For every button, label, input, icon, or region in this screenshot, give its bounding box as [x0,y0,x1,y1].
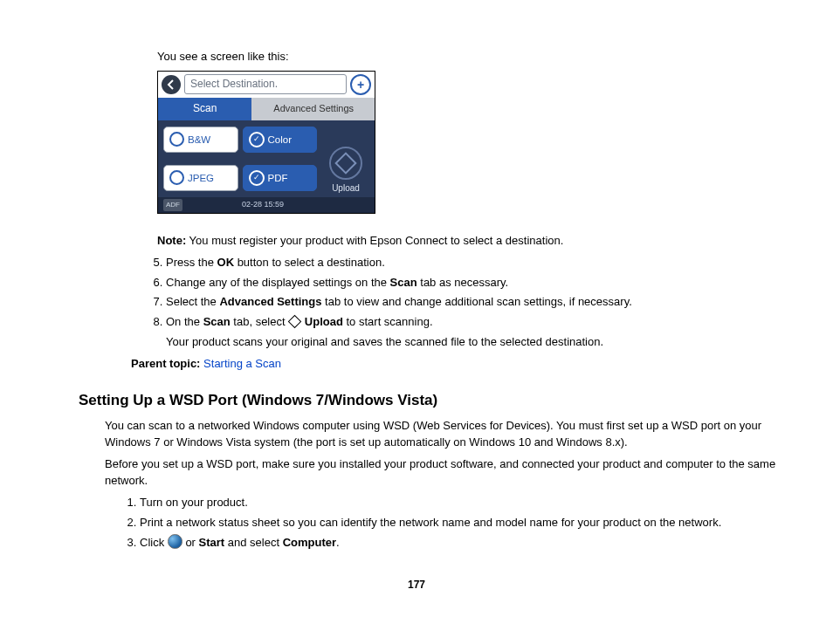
section-p2: Before you set up a WSD port, make sure … [105,456,781,490]
step-5: Press the OK button to select a destinat… [166,255,781,271]
page-number: 177 [52,578,781,593]
option-jpeg: JPEG [163,165,238,191]
step-b2: Print a network status sheet so you can … [140,515,781,531]
add-destination-icon: + [350,74,371,95]
option-bw-label: B&W [188,133,210,147]
windows-start-icon [168,534,182,549]
radio-selected-icon: ✓ [249,170,265,186]
steps-list-a: Press the OK button to select a destinat… [148,255,781,351]
note-line: Note: You must register your product wit… [157,233,781,250]
diamond-icon [288,315,302,329]
option-pdf-label: PDF [268,171,288,186]
option-color: ✓ Color [243,127,318,153]
step-8-sub: Your product scans your original and sav… [166,334,781,351]
step-b1: Turn on your product. [140,495,781,511]
adf-indicator: ADF [163,199,182,211]
option-pdf: ✓ PDF [243,165,318,191]
parent-topic-link[interactable]: Starting a Scan [203,357,281,370]
option-color-label: Color [268,133,292,147]
device-screenshot: Select Destination. + Scan Advanced Sett… [157,71,375,214]
note-label: Note: [157,234,186,247]
intro-text: You see a screen like this: [157,49,781,65]
tab-scan: Scan [158,98,252,120]
steps-list-b: Turn on your product. Print a network st… [122,495,781,552]
step-7: Select the Advanced Settings tab to view… [166,294,781,311]
parent-topic-label: Parent topic: [131,357,200,370]
parent-topic-line: Parent topic: Starting a Scan [131,356,781,373]
section-p1: You can scan to a networked Windows comp… [105,418,781,451]
destination-field: Select Destination. [184,74,347,94]
upload-label: Upload [332,182,360,195]
step-8: On the Scan tab, select Upload to start … [166,314,781,351]
tab-advanced-settings: Advanced Settings [252,98,375,120]
note-text: You must register your product with Epso… [186,234,563,247]
option-jpeg-label: JPEG [188,171,214,186]
radio-selected-icon: ✓ [249,132,265,147]
radio-unselected-icon [169,170,184,185]
device-timestamp: 02-28 15:59 [242,199,284,210]
step-6: Change any of the displayed settings on … [166,275,781,291]
back-icon [162,75,181,94]
radio-unselected-icon [169,132,184,147]
section-heading-wsd: Setting Up a WSD Port (Windows 7/Windows… [79,390,781,412]
step-b3: Click or Start and select Computer. [140,534,781,552]
option-bw: B&W [163,127,238,153]
upload-button-icon [329,147,362,180]
